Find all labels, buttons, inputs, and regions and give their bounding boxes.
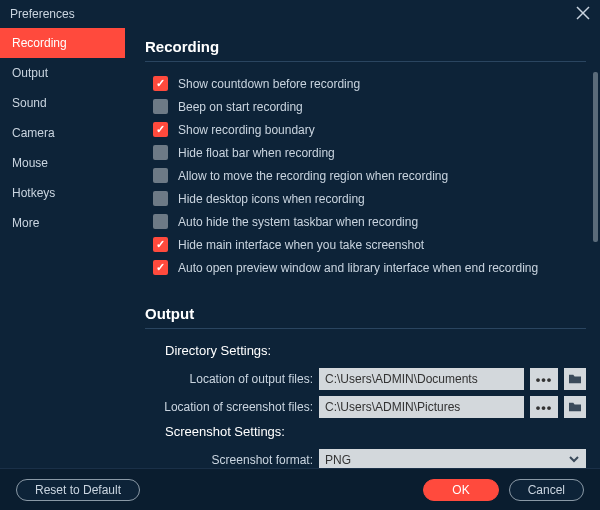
checkbox-show-boundary[interactable] — [153, 122, 168, 137]
sidebar-item-sound[interactable]: Sound — [0, 88, 125, 118]
open-folder-button[interactable] — [564, 396, 586, 418]
sidebar-item-mouse[interactable]: Mouse — [0, 148, 125, 178]
checkbox-hide-main-interface[interactable] — [153, 237, 168, 252]
check-label: Auto hide the system taskbar when record… — [178, 215, 418, 229]
check-row: Hide main interface when you take screen… — [153, 237, 586, 252]
sidebar-item-label: Recording — [12, 36, 67, 50]
sidebar-item-more[interactable]: More — [0, 208, 125, 238]
scrollbar[interactable] — [593, 72, 598, 282]
checkbox-auto-hide-taskbar[interactable] — [153, 214, 168, 229]
check-row: Beep on start recording — [153, 99, 586, 114]
check-label: Show countdown before recording — [178, 77, 360, 91]
field-row: Location of screenshot files: ••• — [153, 396, 586, 418]
reset-default-button[interactable]: Reset to Default — [16, 479, 140, 501]
checkbox-allow-move-region[interactable] — [153, 168, 168, 183]
browse-button[interactable]: ••• — [530, 396, 558, 418]
check-row: Show recording boundary — [153, 122, 586, 137]
check-label: Auto open preview window and library int… — [178, 261, 538, 275]
field-row: Screenshot format: PNG — [153, 449, 586, 468]
sidebar-item-label: More — [12, 216, 39, 230]
check-label: Beep on start recording — [178, 100, 303, 114]
sidebar-item-output[interactable]: Output — [0, 58, 125, 88]
window-title: Preferences — [10, 7, 75, 21]
content-area: Recording Show countdown before recordin… — [125, 28, 600, 468]
close-icon[interactable] — [576, 6, 590, 23]
check-row: Auto hide the system taskbar when record… — [153, 214, 586, 229]
folder-icon — [568, 373, 582, 385]
check-label: Hide float bar when recording — [178, 146, 335, 160]
sidebar-item-label: Hotkeys — [12, 186, 55, 200]
input-screenshot-files[interactable] — [319, 396, 524, 418]
cancel-button[interactable]: Cancel — [509, 479, 584, 501]
check-label: Show recording boundary — [178, 123, 315, 137]
input-output-files[interactable] — [319, 368, 524, 390]
subsection-directory-settings: Directory Settings: — [165, 343, 586, 358]
section-title-recording: Recording — [145, 38, 586, 62]
folder-icon — [568, 401, 582, 413]
checkbox-show-countdown[interactable] — [153, 76, 168, 91]
check-row: Allow to move the recording region when … — [153, 168, 586, 183]
chevron-down-icon — [568, 453, 580, 468]
sidebar-item-camera[interactable]: Camera — [0, 118, 125, 148]
checkbox-hide-float-bar[interactable] — [153, 145, 168, 160]
section-title-output: Output — [145, 305, 586, 329]
checkbox-auto-open-preview[interactable] — [153, 260, 168, 275]
select-screenshot-format[interactable]: PNG — [319, 449, 586, 468]
field-row: Location of output files: ••• — [153, 368, 586, 390]
browse-button[interactable]: ••• — [530, 368, 558, 390]
label-screenshot-files: Location of screenshot files: — [153, 400, 313, 414]
footer: Reset to Default OK Cancel — [0, 468, 600, 510]
titlebar: Preferences — [0, 0, 600, 28]
check-row: Auto open preview window and library int… — [153, 260, 586, 275]
sidebar-item-recording[interactable]: Recording — [0, 28, 125, 58]
check-label: Allow to move the recording region when … — [178, 169, 448, 183]
check-row: Hide desktop icons when recording — [153, 191, 586, 206]
sidebar-item-label: Output — [12, 66, 48, 80]
checkbox-hide-desktop-icons[interactable] — [153, 191, 168, 206]
checkbox-beep-start[interactable] — [153, 99, 168, 114]
ok-button[interactable]: OK — [423, 479, 498, 501]
select-value: PNG — [325, 453, 351, 467]
scrollbar-thumb[interactable] — [593, 72, 598, 242]
sidebar-item-hotkeys[interactable]: Hotkeys — [0, 178, 125, 208]
label-screenshot-format: Screenshot format: — [153, 453, 313, 467]
sidebar-item-label: Mouse — [12, 156, 48, 170]
subsection-screenshot-settings: Screenshot Settings: — [165, 424, 586, 439]
sidebar: Recording Output Sound Camera Mouse Hotk… — [0, 28, 125, 468]
check-label: Hide main interface when you take screen… — [178, 238, 424, 252]
open-folder-button[interactable] — [564, 368, 586, 390]
check-row: Hide float bar when recording — [153, 145, 586, 160]
sidebar-item-label: Sound — [12, 96, 47, 110]
check-row: Show countdown before recording — [153, 76, 586, 91]
sidebar-item-label: Camera — [12, 126, 55, 140]
label-output-files: Location of output files: — [153, 372, 313, 386]
check-label: Hide desktop icons when recording — [178, 192, 365, 206]
